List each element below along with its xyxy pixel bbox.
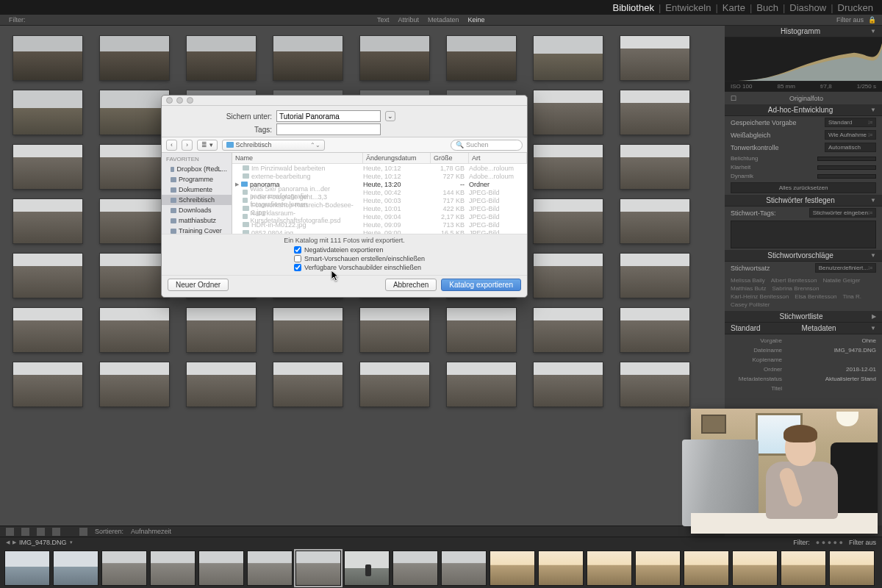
- grid-thumb[interactable]: [13, 199, 82, 243]
- grid-thumb[interactable]: [447, 362, 516, 406]
- grid-thumb[interactable]: [100, 90, 169, 135]
- forward-button[interactable]: ›: [182, 140, 193, 151]
- reset-all-button[interactable]: Alles zurücksetzen: [731, 182, 876, 193]
- filmstrip-thumb[interactable]: [344, 551, 390, 586]
- histogram-header[interactable]: Histogramm▼: [725, 26, 882, 37]
- file-row[interactable]: Im Pinzinwald bearbeitenHeute, 10:121,78…: [232, 164, 527, 172]
- sidebar-item[interactable]: Dropbox (RedL...: [162, 164, 232, 174]
- grid-thumb[interactable]: [13, 36, 82, 80]
- sidebar-item[interactable]: Programme: [162, 174, 232, 184]
- exposure-slider[interactable]: [817, 157, 876, 161]
- sidebar-item[interactable]: Training Cover: [162, 226, 232, 236]
- check-previews[interactable]: Verfügbare Vorschaubilder einschließen: [294, 263, 527, 272]
- file-listing[interactable]: Name Änderungsdatum Größe Art Im Pinzinw…: [232, 153, 527, 234]
- filmstrip-thumb[interactable]: [684, 551, 729, 586]
- grid-thumb[interactable]: [100, 199, 169, 243]
- painter-icon[interactable]: [79, 528, 87, 536]
- filmstrip-thumb[interactable]: [198, 551, 244, 586]
- file-row[interactable]: HDR-in-M0122.jpgHeute, 09:09713 KBJPEG-B…: [232, 220, 527, 229]
- keyword-set-dropdown[interactable]: Benutzerdefiniert...⁞≡: [815, 263, 876, 273]
- grid-thumb[interactable]: [447, 36, 516, 80]
- grid-thumb[interactable]: [187, 36, 256, 80]
- filmstrip-thumb[interactable]: [635, 551, 681, 586]
- col-name[interactable]: Name: [232, 153, 363, 163]
- filter-off[interactable]: Filter aus: [836, 16, 864, 24]
- filter-none[interactable]: Keine: [468, 16, 485, 24]
- grid-thumb[interactable]: [100, 362, 169, 406]
- module-library[interactable]: Bibliothek: [613, 2, 654, 13]
- save-as-input[interactable]: [276, 110, 381, 122]
- filmstrip-thumb[interactable]: [53, 551, 98, 586]
- grid-thumb[interactable]: [534, 308, 603, 352]
- back-button[interactable]: ‹: [166, 140, 177, 151]
- grid-thumb[interactable]: [534, 36, 603, 80]
- sidebar-item[interactable]: matthiasbutz: [162, 215, 232, 226]
- grid-thumb[interactable]: [273, 362, 343, 406]
- cancel-button[interactable]: Abbrechen: [385, 279, 437, 291]
- filmstrip-thumb[interactable]: [587, 551, 632, 586]
- file-row[interactable]: externe-bearbeitungHeute, 10:12727 KBAdo…: [232, 172, 527, 180]
- zoom-icon[interactable]: [187, 97, 193, 104]
- quickdev-header[interactable]: Ad-hoc-Entwicklung▼: [725, 104, 882, 116]
- grid-thumb[interactable]: [13, 90, 82, 135]
- grid-thumb[interactable]: [187, 362, 256, 406]
- col-size[interactable]: Größe: [431, 153, 469, 163]
- grid-thumb[interactable]: [447, 308, 516, 352]
- new-folder-button[interactable]: Neuer Ordner: [168, 279, 229, 291]
- metadata-preset[interactable]: Ohne: [861, 337, 876, 344]
- grid-thumb[interactable]: [620, 199, 689, 243]
- chevron-right-icon[interactable]: ▶: [12, 539, 16, 545]
- export-catalog-button[interactable]: Katalog exportieren: [441, 279, 521, 291]
- sidebar-item[interactable]: Downloads: [162, 205, 232, 215]
- check-smart-previews[interactable]: Smart-Vorschauen erstellen/einschließen: [294, 254, 527, 263]
- grid-thumb[interactable]: [13, 254, 82, 298]
- filmstrip-thumb[interactable]: [4, 551, 50, 586]
- filmstrip-thumb[interactable]: [247, 551, 293, 586]
- grid-thumb[interactable]: [534, 362, 603, 406]
- grid-thumb[interactable]: [534, 90, 603, 135]
- module-book[interactable]: Buch: [756, 2, 778, 13]
- grid-thumb[interactable]: [13, 308, 82, 352]
- filmstrip-thumb[interactable]: [538, 551, 584, 586]
- filmstrip-thumb[interactable]: [295, 551, 341, 586]
- grid-thumb[interactable]: [13, 145, 82, 189]
- grid-thumb[interactable]: [534, 254, 603, 298]
- keywording-header[interactable]: Stichwörter festlegen▼: [725, 195, 882, 207]
- filmstrip[interactable]: [0, 548, 882, 588]
- sort-value[interactable]: Aufnahmezeit: [131, 528, 171, 535]
- filmstrip-thumb[interactable]: [781, 551, 826, 586]
- metadata-header[interactable]: Standard Metadaten▼: [725, 323, 882, 334]
- keyword-tags-mode[interactable]: Stichwörter eingeben⁞≡: [809, 208, 876, 218]
- keyword-input[interactable]: [731, 220, 876, 248]
- grid-thumb[interactable]: [620, 362, 689, 406]
- grid-thumb[interactable]: [620, 36, 689, 80]
- grid-thumb[interactable]: [273, 36, 343, 80]
- grid-thumb[interactable]: [620, 90, 689, 135]
- vibrance-slider[interactable]: [817, 174, 876, 179]
- search-input[interactable]: 🔍 Suchen: [451, 140, 523, 151]
- filmstrip-thumb[interactable]: [101, 551, 147, 586]
- location-dropdown[interactable]: Schreibtisch ⌃⌄: [222, 140, 325, 151]
- module-map[interactable]: Karte: [723, 2, 745, 13]
- grid-thumb[interactable]: [100, 254, 169, 298]
- clarity-slider[interactable]: [817, 165, 876, 170]
- keyword-list-header[interactable]: Stichwortliste▶: [725, 311, 882, 323]
- grid-view-icon[interactable]: [6, 528, 14, 536]
- module-slideshow[interactable]: Diashow: [789, 2, 826, 13]
- grid-thumb[interactable]: [534, 145, 603, 189]
- grid-thumb[interactable]: [100, 36, 169, 80]
- filter-off-label[interactable]: Filter aus: [849, 539, 876, 546]
- grid-thumb[interactable]: [100, 308, 169, 352]
- filmstrip-thumb[interactable]: [392, 551, 438, 586]
- loupe-view-icon[interactable]: [21, 528, 29, 536]
- sidebar-item[interactable]: Schreibtisch: [162, 195, 232, 205]
- filter-text[interactable]: Text: [377, 16, 390, 24]
- col-kind[interactable]: Art: [469, 153, 527, 163]
- grid-thumb[interactable]: [100, 145, 169, 189]
- compare-view-icon[interactable]: [37, 528, 45, 536]
- lock-icon[interactable]: 🔒: [868, 16, 876, 24]
- filmstrip-thumb[interactable]: [150, 551, 196, 586]
- filmstrip-thumb[interactable]: [490, 551, 535, 586]
- metadata-mode[interactable]: Standard: [731, 324, 767, 332]
- grid-thumb[interactable]: [273, 308, 343, 352]
